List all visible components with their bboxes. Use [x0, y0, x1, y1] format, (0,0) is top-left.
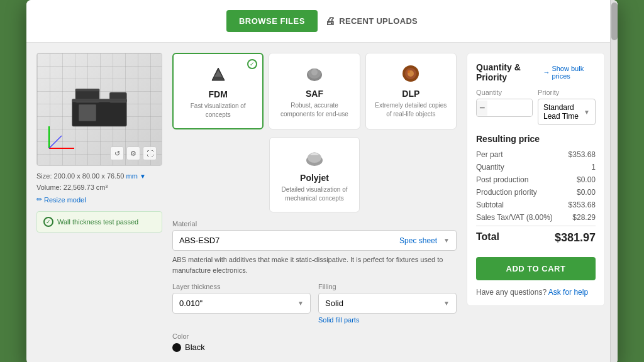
filling-select[interactable]: Solid ▼: [318, 293, 457, 314]
top-bar: BROWSE FILES 🖨 RECENT UPLOADS: [26, 0, 618, 43]
quantity-row: Quantity − + Priority Standard Lead Time…: [476, 89, 596, 125]
total-value: $381.97: [555, 231, 596, 244]
fdm-name: FDM: [180, 89, 256, 99]
priority-arrow: ▼: [584, 109, 590, 116]
svg-point-15: [408, 70, 410, 73]
material-value: ABS-ESD7: [179, 236, 219, 245]
material-section: Material ABS-ESD7 Spec sheet ▼ ABS mater…: [172, 220, 457, 275]
polyjet-desc: Detailed visualization of mechanical con…: [276, 185, 353, 203]
resize-label: Resize model: [44, 196, 86, 204]
material-label: Material: [172, 220, 457, 228]
subtotal-row: Subtotal $353.68: [476, 200, 596, 209]
settings-button[interactable]: ⚙: [126, 146, 140, 160]
wall-test-label: Wall thickness test passed: [57, 218, 138, 226]
tax-label: Sales Tax/VAT (8.00%): [476, 213, 553, 222]
fullscreen-button[interactable]: ⛶: [143, 146, 157, 160]
subtotal-label: Subtotal: [476, 200, 504, 209]
svg-rect-3: [79, 104, 96, 121]
right-panel: Quantity & Priority → Show bulk prices Q…: [467, 53, 605, 354]
main-window: BROWSE FILES 🖨 RECENT UPLOADS: [26, 0, 618, 362]
spec-sheet-link[interactable]: Spec sheet: [399, 236, 437, 245]
color-section: Color Black: [172, 332, 457, 354]
production-priority-value: $0.00: [577, 188, 596, 197]
priority-value: Standard Lead Time: [543, 103, 584, 121]
subtotal-value: $353.68: [569, 200, 596, 209]
scrollbar-thumb[interactable]: [611, 3, 618, 40]
material-dropdown-arrow: ▼: [443, 237, 450, 244]
filling-arrow: ▼: [443, 300, 450, 307]
quantity-title: Quantity & Priority: [476, 62, 543, 82]
left-panel: ↺ ⚙ ⛶ Size: 200.00 x 80.00 x 76.50 mm ▼ …: [36, 53, 162, 354]
filling-value: Solid: [325, 299, 343, 308]
color-value: Black: [185, 343, 205, 352]
options-row: Layer thickness 0.010" ▼ Filling Solid ▼…: [172, 283, 457, 324]
post-production-value: $0.00: [577, 175, 596, 184]
process-card-fdm[interactable]: ✓ FDM Fast visualization of concepts: [172, 53, 264, 129]
show-bulk-prices-link[interactable]: → Show bulk prices: [543, 65, 596, 80]
help-text: Have any questions? Ask for help: [476, 288, 596, 297]
post-production-label: Post production: [476, 175, 528, 184]
size-value: 200.00 x 80.00 x 76.50: [54, 172, 125, 180]
color-label: Color: [172, 332, 457, 340]
post-production-row: Post production $0.00: [476, 175, 596, 184]
add-to-cart-button[interactable]: ADD TO CART: [476, 257, 596, 280]
total-row: Total $381.97: [476, 226, 596, 244]
browse-files-button[interactable]: BROWSE FILES: [226, 10, 318, 32]
layer-thickness-select[interactable]: 0.010" ▼: [172, 293, 311, 314]
svg-line-8: [49, 136, 62, 148]
dlp-icon: [372, 62, 450, 85]
layer-thickness-label: Layer thickness: [172, 283, 311, 290]
quantity-input[interactable]: [487, 99, 533, 116]
main-content: ↺ ⚙ ⛶ Size: 200.00 x 80.00 x 76.50 mm ▼ …: [26, 43, 618, 362]
priority-select[interactable]: Standard Lead Time ▼: [538, 99, 596, 125]
saf-desc: Robust, accurate components for end-use: [275, 101, 353, 119]
size-dropdown[interactable]: ▼: [140, 173, 146, 180]
volume-value: 22,569.73 cm³: [64, 184, 108, 191]
per-part-label: Per part: [476, 150, 503, 159]
layer-thickness-value: 0.010": [179, 299, 203, 308]
bulk-link-label: Show bulk prices: [552, 65, 596, 80]
layer-thickness-arrow: ▼: [297, 300, 304, 307]
polyjet-icon: [276, 146, 353, 169]
filling-field: Filling Solid ▼ Solid fill parts: [318, 283, 457, 324]
color-dot-black: [172, 343, 181, 352]
process-card-saf[interactable]: SAF Robust, accurate components for end-…: [269, 53, 360, 129]
quantity-section: Quantity & Priority → Show bulk prices Q…: [467, 53, 605, 306]
ask-for-help-link[interactable]: Ask for help: [548, 288, 588, 297]
quantity-price-label: Quantity: [476, 163, 504, 172]
color-option-black[interactable]: Black: [172, 343, 205, 352]
pricing-section: Resulting price Per part $353.68 Quantit…: [476, 134, 596, 244]
material-select[interactable]: ABS-ESD7 Spec sheet ▼: [172, 230, 457, 251]
model-info: Size: 200.00 x 80.00 x 76.50 mm ▼ Volume…: [36, 171, 162, 193]
quantity-header: Quantity & Priority → Show bulk prices: [476, 62, 596, 82]
material-description: ABS material with additives that make it…: [172, 255, 457, 275]
dlp-desc: Extremely detailed copies of real-life o…: [372, 101, 450, 119]
per-part-value: $353.68: [569, 150, 596, 159]
rotate-button[interactable]: ↺: [110, 146, 124, 160]
size-label: Size:: [36, 172, 52, 180]
production-priority-row: Production priority $0.00: [476, 188, 596, 197]
recent-uploads-label: RECENT UPLOADS: [339, 16, 418, 26]
preview-controls: ↺ ⚙ ⛶: [110, 146, 157, 160]
dlp-name: DLP: [372, 89, 450, 99]
svg-rect-4: [72, 99, 127, 102]
process-grid: ✓ FDM Fast visualization of concepts: [172, 53, 457, 129]
recent-uploads-button[interactable]: 🖨 RECENT UPLOADS: [325, 16, 418, 27]
volume-info: Volume: 22,569.73 cm³: [36, 182, 162, 194]
process-card-dlp[interactable]: DLP Extremely detailed copies of real-li…: [365, 53, 457, 129]
upload-icon: 🖨: [325, 16, 335, 27]
per-part-row: Per part $353.68: [476, 150, 596, 159]
quantity-field: Quantity − +: [476, 89, 533, 125]
quantity-control[interactable]: − +: [476, 99, 533, 117]
priority-field: Priority Standard Lead Time ▼: [538, 89, 596, 125]
quantity-minus-button[interactable]: −: [477, 101, 487, 116]
resize-model-link[interactable]: ✏ Resize model: [36, 195, 162, 204]
help-static-text: Have any questions?: [476, 288, 547, 297]
production-priority-label: Production priority: [476, 188, 537, 197]
process-card-polyjet[interactable]: Polyjet Detailed visualization of mechan…: [269, 137, 360, 212]
size-unit: mm: [126, 172, 138, 180]
scrollbar[interactable]: [610, 0, 618, 362]
priority-col-label: Priority: [538, 89, 596, 96]
quantity-price-row: Quantity 1: [476, 163, 596, 172]
fdm-icon: [180, 63, 256, 85]
